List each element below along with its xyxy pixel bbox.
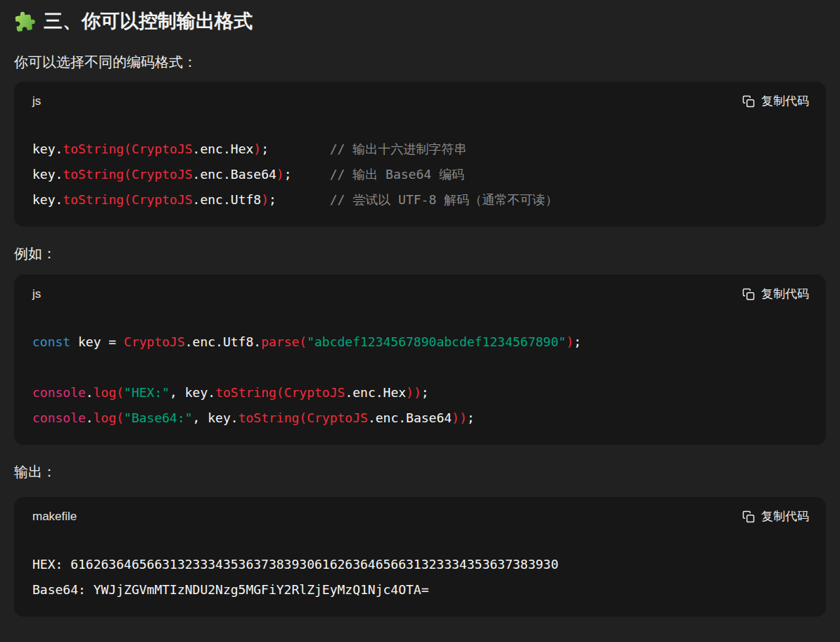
- code-token: ;: [573, 334, 581, 349]
- code-token: CryptoJS: [124, 334, 185, 349]
- code-content: const key = CryptoJS.enc.Utf8.parse("abc…: [14, 303, 826, 445]
- code-line: key.toString(CryptoJS.enc.Utf8); // 尝试以 …: [32, 187, 808, 213]
- code-token: .enc.Base64: [368, 410, 452, 425]
- code-token: ;: [467, 410, 475, 425]
- code-token: ): [261, 192, 269, 207]
- code-token: )): [406, 385, 421, 400]
- code-block-js-1: js 复制代码 key.toString(CryptoJS.enc.Hex); …: [14, 82, 826, 227]
- code-line: [32, 355, 808, 380]
- code-token: log: [94, 410, 117, 425]
- code-token: toString: [63, 141, 124, 156]
- code-token: ): [253, 141, 261, 156]
- code-token: (: [276, 385, 284, 400]
- code-token: toString: [63, 167, 124, 182]
- code-line: key.toString(CryptoJS.enc.Hex); // 输出十六进…: [32, 137, 808, 162]
- code-token: "HEX:": [124, 385, 170, 400]
- code-token: .enc.Hex: [193, 141, 254, 156]
- code-line: key.toString(CryptoJS.enc.Base64); // 输出…: [32, 162, 808, 187]
- output-label: 输出：: [14, 462, 826, 482]
- code-token: // 输出 Base64 编码: [292, 167, 464, 182]
- code-token: (: [116, 385, 124, 400]
- copy-icon: [742, 510, 755, 523]
- code-token: .enc.Utf8.: [185, 334, 261, 349]
- copy-code-label: 复制代码: [761, 508, 809, 525]
- code-language-label: js: [32, 93, 41, 110]
- code-token: console: [32, 385, 86, 400]
- copy-code-label: 复制代码: [761, 93, 809, 110]
- code-token: "abcdef1234567890abcdef1234567890": [307, 334, 566, 349]
- code-token: (: [124, 141, 132, 156]
- code-language-label: js: [32, 286, 41, 303]
- code-content: HEX: 61626364656631323334353637383930616…: [14, 525, 826, 617]
- code-token: (: [299, 410, 307, 425]
- code-token: CryptoJS: [284, 385, 345, 400]
- code-token: parse: [261, 334, 299, 349]
- code-token: key =: [70, 334, 124, 349]
- code-token: ): [566, 334, 574, 349]
- code-line: const key = CryptoJS.enc.Utf8.parse("abc…: [32, 329, 808, 355]
- copy-icon: [742, 95, 755, 108]
- code-token: toString: [63, 192, 124, 207]
- code-block-header: js 复制代码: [14, 82, 826, 110]
- copy-code-label: 复制代码: [761, 286, 809, 303]
- code-line: console.log("HEX:", key.toString(CryptoJ…: [32, 380, 808, 405]
- copy-code-button[interactable]: 复制代码: [742, 286, 809, 303]
- code-token: CryptoJS: [132, 192, 193, 207]
- code-token: Base64: YWJjZGVmMTIzNDU2Nzg5MGFiY2RlZjEy…: [32, 582, 429, 597]
- intro-text: 你可以选择不同的编码格式：: [14, 52, 826, 72]
- code-token: CryptoJS: [132, 141, 193, 156]
- example-label: 例如：: [14, 244, 826, 263]
- code-block-header: js 复制代码: [14, 275, 826, 303]
- code-token: (: [124, 167, 132, 182]
- code-token: )): [452, 410, 467, 425]
- code-token: "Base64:": [124, 410, 193, 425]
- code-token: .: [86, 410, 94, 425]
- code-token: , key.: [170, 385, 215, 400]
- code-token: toString: [215, 385, 276, 400]
- code-block-makefile: makefile 复制代码 HEX: 616263646566313233343…: [14, 497, 826, 617]
- code-line: HEX: 61626364656631323334353637383930616…: [32, 552, 808, 577]
- code-token: const: [32, 334, 70, 349]
- section-heading: 三、你可以控制输出格式: [14, 7, 826, 35]
- code-token: toString: [238, 410, 300, 425]
- code-token: ;: [421, 385, 429, 400]
- code-language-label: makefile: [32, 508, 77, 525]
- code-token: log: [94, 385, 117, 400]
- section-heading-text: 三、你可以控制输出格式: [44, 7, 253, 35]
- code-token: CryptoJS: [132, 167, 193, 182]
- code-line: console.log("Base64:", key.toString(Cryp…: [32, 405, 808, 431]
- code-token: .: [86, 385, 94, 400]
- code-token: .enc.Hex: [345, 385, 406, 400]
- code-token: (: [299, 334, 307, 349]
- code-block-js-2: js 复制代码 const key = CryptoJS.enc.Utf8.pa…: [14, 275, 826, 445]
- code-token: ;: [269, 192, 276, 207]
- code-token: .enc.Utf8: [193, 192, 262, 207]
- code-token: HEX: 61626364656631323334353637383930616…: [32, 557, 559, 572]
- code-token: key.: [32, 192, 63, 207]
- copy-code-button[interactable]: 复制代码: [742, 508, 809, 525]
- code-token: , key.: [193, 410, 238, 425]
- puzzle-piece-emoji-icon: [14, 11, 36, 32]
- code-token: ): [276, 167, 284, 182]
- code-token: // 尝试以 UTF-8 解码（通常不可读）: [276, 192, 558, 207]
- code-token: CryptoJS: [307, 410, 368, 425]
- code-token: (: [116, 410, 124, 425]
- code-token: // 输出十六进制字符串: [269, 141, 466, 156]
- code-token: ;: [261, 141, 269, 156]
- copy-code-button[interactable]: 复制代码: [742, 93, 809, 110]
- code-token: (: [124, 192, 132, 207]
- code-content: key.toString(CryptoJS.enc.Hex); // 输出十六进…: [14, 110, 826, 227]
- code-token: console: [32, 410, 86, 425]
- code-line: Base64: YWJjZGVmMTIzNDU2Nzg5MGFiY2RlZjEy…: [32, 577, 808, 603]
- code-token: key.: [32, 141, 63, 156]
- copy-icon: [742, 288, 755, 301]
- code-token: ;: [284, 167, 292, 182]
- code-token: key.: [32, 167, 63, 182]
- code-block-header: makefile 复制代码: [14, 497, 826, 525]
- code-token: .enc.Base64: [193, 167, 276, 182]
- chat-message: 三、你可以控制输出格式 你可以选择不同的编码格式： js 复制代码 key.to…: [0, 0, 840, 617]
